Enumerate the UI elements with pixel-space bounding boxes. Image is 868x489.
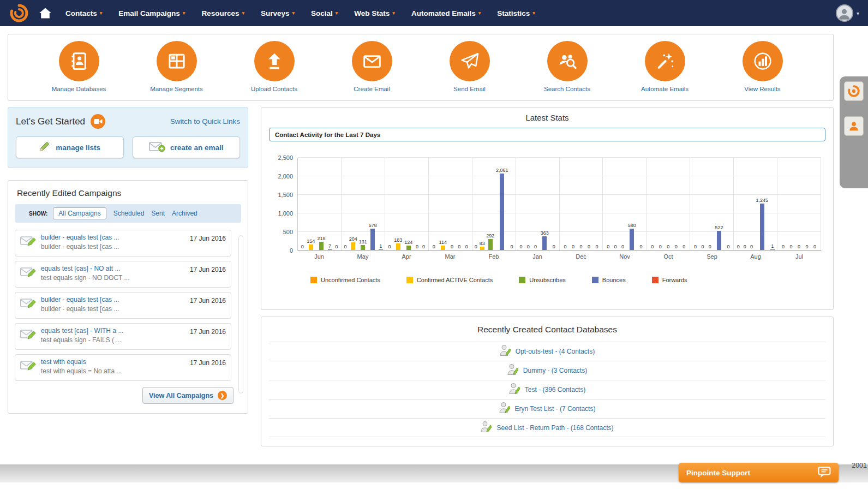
contact-activity-chart: 05001,0001,5002,0002,500 015421870020413… bbox=[267, 158, 821, 251]
y-axis-label: 500 bbox=[267, 229, 293, 235]
bar-value-label: 578 bbox=[369, 223, 377, 228]
bar-slot: 0 bbox=[682, 158, 686, 250]
nav-item-surveys[interactable]: Surveys▾ bbox=[261, 9, 295, 17]
database-list: Opt-outs-test - (4 Contacts)Dummy - (3 C… bbox=[269, 342, 825, 437]
bar-value-label: 0 bbox=[667, 244, 669, 249]
latest-stats-title: Latest Stats bbox=[261, 113, 833, 122]
segments-grid-icon bbox=[157, 41, 197, 81]
video-icon[interactable] bbox=[91, 114, 105, 129]
bar-value-label: 0 bbox=[744, 244, 746, 249]
bar-slot: 0 bbox=[658, 158, 662, 250]
search-contacts-icon bbox=[547, 41, 588, 81]
campaign-title-link[interactable]: equals test [cas] - WITH a ... bbox=[41, 327, 185, 335]
quick-action-create-email[interactable]: Create Email bbox=[328, 41, 416, 92]
nav-item-automated-emails[interactable]: Automated Emails▾ bbox=[411, 9, 481, 17]
bar-value-label: 1 bbox=[771, 243, 774, 249]
bar-slot: 578 bbox=[369, 158, 377, 250]
chevron-down-icon: ▾ bbox=[242, 10, 244, 16]
home-icon[interactable] bbox=[38, 7, 52, 20]
side-tab-feedback[interactable] bbox=[844, 116, 864, 136]
nav-item-statistics[interactable]: Statistics▾ bbox=[497, 9, 535, 17]
user-avatar[interactable] bbox=[836, 4, 853, 22]
create-email-label: create an email bbox=[170, 144, 224, 152]
nav-item-social[interactable]: Social▾ bbox=[311, 9, 338, 17]
campaign-title-link[interactable]: builder - equals test [cas ... bbox=[41, 296, 185, 303]
nav-item-email-campaigns[interactable]: Email Campaigns▾ bbox=[118, 9, 185, 17]
bar-slot: 131 bbox=[359, 158, 367, 250]
quick-action-upload-contacts[interactable]: Upload Contacts bbox=[231, 41, 318, 92]
chart-bar-bounces bbox=[630, 229, 634, 250]
bar-slot: 0 bbox=[736, 158, 740, 250]
bar-value-label: 0 bbox=[694, 244, 697, 249]
quick-action-label: Upload Contacts bbox=[251, 86, 297, 92]
chart-bar-bounces bbox=[542, 236, 547, 250]
quick-action-search-contacts[interactable]: Search Contacts bbox=[524, 41, 611, 92]
nav-item-resources[interactable]: Resources▾ bbox=[201, 9, 244, 17]
x-axis-label: Jan bbox=[516, 252, 559, 260]
database-link[interactable]: Test - (396 Contacts) bbox=[525, 386, 585, 393]
database-link[interactable]: Eryn Test List - (7 Contacts) bbox=[515, 405, 596, 413]
bar-value-label: 0 bbox=[579, 244, 582, 249]
nav-item-contacts[interactable]: Contacts▾ bbox=[65, 9, 102, 17]
x-axis-label: May bbox=[341, 252, 385, 260]
create-email-button[interactable]: create an email bbox=[133, 136, 241, 158]
quick-action-send-email[interactable]: Send Email bbox=[426, 41, 513, 92]
bar-value-label: 0 bbox=[750, 244, 753, 249]
envelope-pencil-icon bbox=[20, 235, 37, 249]
person-pencil-icon bbox=[481, 420, 492, 436]
database-link[interactable]: Seed List - Return Path - (168 Contacts) bbox=[496, 424, 613, 432]
x-axis-label: Jul bbox=[777, 252, 821, 260]
campaign-title-link[interactable]: equals test [cas] - NO att ... bbox=[41, 265, 185, 272]
bar-slot: 0 bbox=[805, 158, 809, 250]
legend-item-confirmed-active-contacts: Confirmed ACTIVE Contacts bbox=[406, 277, 493, 283]
month-group-mar: 0114000 bbox=[429, 158, 472, 250]
upload-arrow-icon bbox=[254, 41, 295, 81]
side-tab-panel bbox=[840, 76, 868, 188]
stats-range-select[interactable]: Contact Activity for the Last 7 Days bbox=[269, 128, 825, 141]
quick-action-manage-segments[interactable]: Manage Segments bbox=[133, 41, 220, 92]
bar-slot: 204 bbox=[349, 158, 357, 250]
manage-lists-button[interactable]: manage lists bbox=[16, 136, 124, 158]
arrow-right-icon: ❯ bbox=[218, 391, 227, 400]
bar-slot: 83 bbox=[480, 158, 485, 250]
side-tab-pinpointe[interactable] bbox=[844, 81, 864, 101]
bar-value-label: 0 bbox=[683, 244, 685, 249]
bar-value-label: 0 bbox=[675, 244, 678, 249]
pinpointe-support-button[interactable]: Pinpointe Support bbox=[679, 463, 839, 482]
campaign-title-link[interactable]: test with equals bbox=[41, 358, 185, 366]
filter-scheduled[interactable]: Scheduled bbox=[113, 210, 145, 217]
nav-item-web-stats[interactable]: Web Stats▾ bbox=[354, 9, 395, 17]
stats-range-value: Contact Activity for the Last 7 Days bbox=[275, 132, 380, 138]
bar-slot: 0 bbox=[387, 158, 392, 250]
quick-action-automate-emails[interactable]: Automate Emails bbox=[621, 41, 709, 92]
quick-action-manage-databases[interactable]: Manage Databases bbox=[35, 41, 123, 92]
database-link[interactable]: Dummy - (3 Contacts) bbox=[523, 367, 587, 374]
envelope-plus-icon bbox=[149, 141, 165, 154]
chevron-down-icon[interactable]: ▾ bbox=[857, 10, 859, 16]
bar-value-label: 363 bbox=[541, 230, 549, 236]
bar-slot: 1 bbox=[379, 158, 383, 250]
bar-slot: 0 bbox=[457, 158, 462, 250]
campaign-text: equals test [cas] - NO att ...test equal… bbox=[41, 265, 185, 282]
recent-campaigns-title: Recently Edited Campaigns bbox=[17, 188, 241, 198]
campaign-list-scrollbar[interactable] bbox=[238, 235, 243, 393]
filter-all-campaigns[interactable]: All Campaigns bbox=[53, 207, 106, 219]
bar-value-label: 0 bbox=[709, 244, 711, 249]
chart-bar-unsubscribes bbox=[406, 246, 411, 250]
campaign-subtitle: test equals sign - FAILS ( ... bbox=[41, 336, 185, 344]
bar-slot: 0 bbox=[620, 158, 625, 250]
pinpointe-logo[interactable] bbox=[9, 3, 29, 23]
database-link[interactable]: Opt-outs-test - (4 Contacts) bbox=[516, 348, 595, 355]
quick-action-view-results[interactable]: View Results bbox=[719, 41, 806, 92]
campaign-title-link[interactable]: builder - equals test [cas ... bbox=[41, 234, 185, 241]
y-axis-label: 1,500 bbox=[267, 192, 293, 198]
switch-quick-links-link[interactable]: Switch to Quick Links bbox=[170, 117, 240, 126]
filter-archived[interactable]: Archived bbox=[172, 210, 197, 217]
bar-value-label: 0 bbox=[798, 244, 800, 249]
get-started-panel: Let's Get Started Switch to Quick Links … bbox=[8, 107, 248, 168]
filter-sent[interactable]: Sent bbox=[151, 210, 165, 217]
bar-value-label: 83 bbox=[480, 241, 485, 246]
view-all-campaigns-button[interactable]: View All Campaigns ❯ bbox=[142, 387, 234, 404]
chart-bar-confirmed-active-contacts bbox=[309, 244, 313, 250]
month-group-jun: 015421870 bbox=[298, 158, 342, 250]
